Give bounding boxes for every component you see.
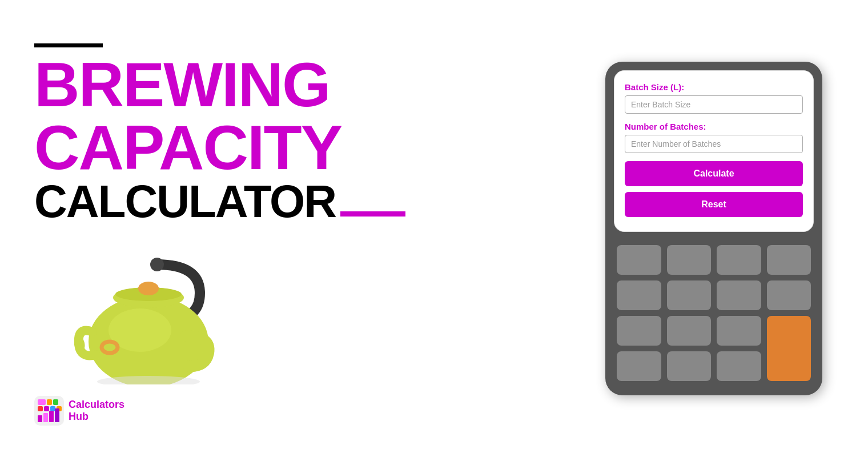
key-btn-3[interactable] bbox=[717, 245, 761, 275]
svg-rect-15 bbox=[50, 406, 55, 411]
svg-rect-19 bbox=[49, 411, 54, 422]
key-btn-4[interactable] bbox=[767, 245, 811, 275]
title-bar-accent bbox=[34, 43, 103, 47]
key-btn-14[interactable] bbox=[717, 351, 761, 381]
title-underscore-bar bbox=[340, 211, 405, 217]
num-batches-input[interactable] bbox=[625, 135, 803, 153]
key-btn-12[interactable] bbox=[617, 351, 661, 381]
title-calculator-row: CALCULATOR bbox=[34, 179, 405, 225]
key-btn-orange-tall[interactable] bbox=[767, 316, 811, 381]
logo-hub-text: Hub bbox=[69, 411, 124, 423]
key-btn-11[interactable] bbox=[717, 316, 761, 346]
reset-button[interactable]: Reset bbox=[625, 192, 803, 217]
left-section: BREWING CAPACITY CALCULATOR bbox=[34, 32, 405, 426]
calculator-device: Batch Size (L): Number of Batches: Calcu… bbox=[605, 62, 822, 395]
key-btn-9[interactable] bbox=[617, 316, 661, 346]
title-brewing: BREWING bbox=[34, 53, 405, 116]
logo-container: Calculators Hub bbox=[34, 396, 405, 426]
svg-rect-18 bbox=[43, 413, 48, 422]
key-btn-1[interactable] bbox=[617, 245, 661, 275]
svg-rect-10 bbox=[38, 399, 46, 405]
key-btn-13[interactable] bbox=[667, 351, 712, 381]
key-btn-6[interactable] bbox=[667, 280, 712, 310]
svg-point-0 bbox=[150, 258, 164, 271]
svg-rect-20 bbox=[55, 408, 59, 422]
svg-rect-11 bbox=[47, 399, 52, 405]
svg-rect-12 bbox=[53, 399, 58, 405]
svg-rect-14 bbox=[44, 406, 49, 411]
right-section: Batch Size (L): Number of Batches: Calcu… bbox=[594, 62, 834, 395]
calculator-screen: Batch Size (L): Number of Batches: Calcu… bbox=[614, 70, 814, 232]
logo-icon bbox=[34, 396, 64, 426]
calculator-keypad bbox=[614, 242, 814, 387]
batch-size-label: Batch Size (L): bbox=[625, 82, 803, 92]
title-calculator: CALCULATOR bbox=[34, 179, 336, 225]
title-capacity: CAPACITY bbox=[34, 116, 405, 179]
key-btn-5[interactable] bbox=[617, 280, 661, 310]
calculate-button[interactable]: Calculate bbox=[625, 161, 803, 186]
key-btn-7[interactable] bbox=[717, 280, 761, 310]
key-btn-2[interactable] bbox=[667, 245, 712, 275]
key-btn-8[interactable] bbox=[767, 280, 811, 310]
svg-rect-17 bbox=[38, 415, 42, 422]
svg-rect-13 bbox=[38, 406, 43, 411]
key-btn-10[interactable] bbox=[667, 316, 712, 346]
logo-text: Calculators Hub bbox=[69, 399, 124, 423]
svg-point-5 bbox=[138, 282, 159, 295]
num-batches-label: Number of Batches: bbox=[625, 122, 803, 131]
batch-size-input[interactable] bbox=[625, 95, 803, 114]
teapot-svg bbox=[74, 247, 234, 384]
logo-calculators-text: Calculators bbox=[69, 399, 124, 411]
teapot-illustration bbox=[63, 242, 246, 384]
